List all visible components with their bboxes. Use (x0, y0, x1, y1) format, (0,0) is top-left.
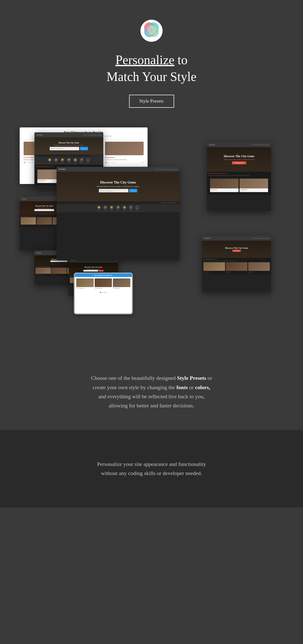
screen-center-main: LISTABLE Sandbox ▾ Explore ▾ Help Blog A… (56, 167, 180, 260)
tablet-screen: Best Things to Do in the City SCP Furnit… (74, 272, 133, 314)
card-desc-3: Luxury hotel in the heart of Bloomsbury (105, 159, 144, 160)
collage-section: LISTABLE Sandbox ▾ Explore ▾ Help Blog A… (15, 122, 288, 344)
nav-bar: LISTABLE Sandbox ▾ Explore ▾ Help Blog A… (207, 142, 271, 147)
avatar (24, 161, 26, 163)
page-headline: Personalize to Match Your Style (106, 52, 196, 85)
nav-bar: LISTABLE Sandbox ▾ Explore ▾ Help Blog A… (34, 132, 103, 137)
collage-inner: LISTABLE Sandbox ▾ Explore ▾ Help Blog A… (20, 128, 283, 339)
avatar (105, 161, 107, 163)
hero-large: Discover The City Gems Find great places… (56, 172, 180, 201)
hero-title-large: Discover The City Gems (100, 180, 136, 184)
bottom-section: Personalize your site appearance and fun… (0, 430, 303, 508)
tablet-cards: SCP Furniture Russell Hotel Bar Boloud (75, 277, 132, 291)
bottom-text: Personalize your site appearance and fun… (49, 460, 254, 478)
hero-area: Discover The City Gems Find great places… (34, 137, 103, 154)
collage-wrapper: LISTABLE Sandbox ▾ Explore ▾ Help Blog A… (0, 122, 303, 354)
search-bar: What are you looking for? 🔍 Search (50, 147, 88, 150)
description-text: Choose one of the beautifully designed S… (49, 374, 254, 410)
header-section: Personalize to Match Your Style Style Pr… (0, 0, 303, 122)
hero-sub: Find great places to stay, eat, shop, or… (97, 186, 140, 188)
brand-label: LISTABLE (36, 134, 42, 136)
hero-title: Discover The City Gems (58, 142, 79, 144)
screen-top-right: LISTABLE Sandbox ▾ Explore ▾ Help Blog A… (207, 142, 271, 211)
card-title-3: Russell Hotel (105, 156, 144, 158)
screen-bottom-right: LISTABLE Sandbox ▾ Explore ▾ Help Blog A… (202, 236, 271, 292)
description-section: Choose one of the beautifully designed S… (0, 354, 303, 430)
style-presets-button[interactable]: Style Presets (129, 95, 174, 108)
svg-point-6 (150, 26, 158, 34)
category-icons: 🍔Food 🎮Play 🥐Bakery 🌳Park 🏨Hotels 🎬Movie… (34, 157, 103, 165)
popup-card-3: Russell Hotel Luxury hotel in the heart … (105, 142, 144, 163)
logo-circle (140, 20, 162, 42)
